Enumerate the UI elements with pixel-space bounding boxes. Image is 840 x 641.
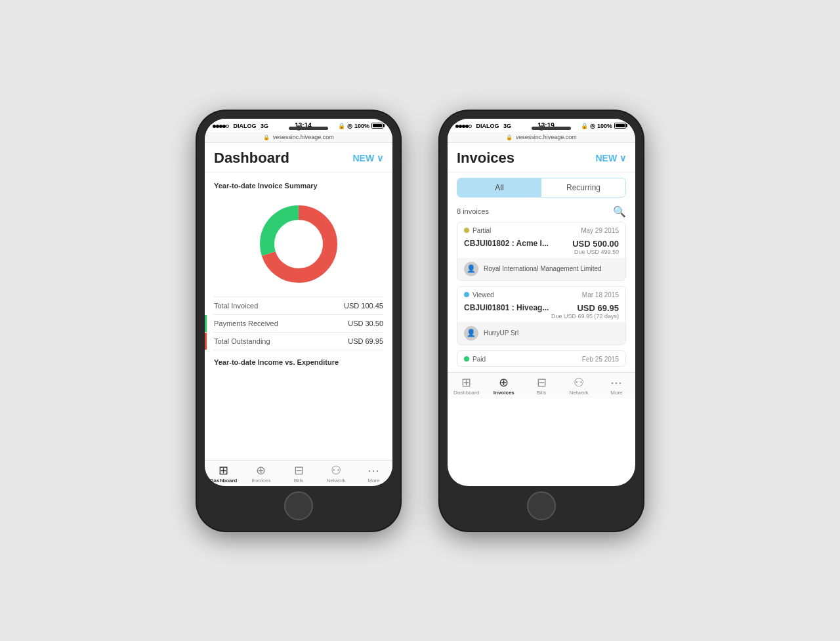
- invoice-2-client: 👤 HurryUP Srl: [457, 322, 625, 344]
- invoices-count: 8 invoices: [457, 207, 489, 215]
- carrier-label-2: DIALOG: [476, 123, 499, 129]
- nav-item-bills[interactable]: ⊟ Bills: [280, 465, 317, 484]
- invoice-2-amount: USD 69.95 Due USD 69.95 (72 days): [551, 303, 619, 320]
- nav-label-network: Network: [327, 478, 346, 484]
- viewed-dot: [464, 292, 469, 297]
- url-text: vesessinc.hiveage.com: [273, 134, 334, 140]
- nav-item-dashboard-2[interactable]: ⊞ Dashboard: [448, 377, 485, 396]
- phone-speaker: [289, 127, 328, 130]
- nav-label-bills: Bills: [294, 478, 304, 484]
- invoice-1-id: CBJUI01802 : Acme I...: [464, 239, 549, 248]
- invoice-1-top: Partial May 29 2015: [457, 222, 625, 238]
- invoice-1-total: USD 500.00: [572, 239, 619, 249]
- invoice-2-top: Viewed Mar 18 2015: [457, 287, 625, 302]
- total-invoiced-label: Total Invoiced: [214, 302, 258, 310]
- location-icon-2: ◎: [590, 123, 595, 129]
- nav-item-more[interactable]: ⋯ More: [355, 465, 392, 484]
- app-title: Dashboard: [214, 150, 289, 167]
- nav-item-bills-2[interactable]: ⊟ Bills: [522, 377, 560, 396]
- nav-item-network[interactable]: ⚇ Network: [318, 465, 355, 484]
- invoice-2-total: USD 69.95: [551, 303, 619, 313]
- ytd-income-title: Year-to-date Income vs. Expenditure: [205, 350, 392, 369]
- nav-label-network-2: Network: [570, 390, 589, 396]
- nav-label-bills-2: Bills: [537, 390, 547, 396]
- dashboard-content: Year-to-date Invoice Summary Total Invoi…: [205, 173, 392, 460]
- ytd-summary-title: Year-to-date Invoice Summary: [205, 179, 392, 195]
- bottom-nav-dashboard: ⊞ Dashboard ⊕ Invoices ⊟ Bills ⚇ Network…: [205, 460, 392, 486]
- network-label: 3G: [261, 123, 268, 129]
- phone-screen-invoices: DIALOG 3G 13:19 🔒 ◎ 100% 🔒 vesessinc.hiv…: [448, 119, 635, 486]
- status-right-2: 🔒 ◎ 100%: [581, 123, 627, 129]
- total-outstanding-value: USD 69.95: [348, 337, 383, 345]
- paid-dot: [464, 356, 469, 362]
- battery-icon-2: [614, 123, 627, 129]
- invoice-1-due: Due USD 499.50: [572, 249, 619, 255]
- invoice-card-2[interactable]: Viewed Mar 18 2015 CBJUI01801 : Hiveag..…: [457, 286, 626, 345]
- total-invoiced-row: Total Invoiced USD 100.45: [214, 297, 383, 315]
- tab-recurring[interactable]: Recurring: [541, 178, 625, 197]
- home-button[interactable]: [284, 491, 313, 520]
- more-icon: ⋯: [368, 465, 379, 476]
- donut-chart: [256, 201, 341, 287]
- tab-all[interactable]: All: [457, 178, 541, 197]
- tab-buttons: All Recurring: [457, 178, 626, 197]
- nav-label-invoices-2: Invoices: [494, 390, 514, 396]
- url-bar[interactable]: 🔒 vesessinc.hiveage.com: [205, 132, 392, 143]
- payments-received-value: USD 30.50: [348, 320, 383, 327]
- app-header: Dashboard NEW ∨: [205, 143, 392, 173]
- red-indicator: [205, 333, 207, 350]
- invoice-2-status: Viewed: [464, 291, 494, 299]
- more-icon-2: ⋯: [610, 377, 622, 388]
- summary-table: Total Invoiced USD 100.45 Payments Recei…: [214, 297, 383, 350]
- network-icon: ⚇: [331, 465, 341, 476]
- invoices-icon: ⊕: [256, 465, 266, 476]
- invoice-3-status-label: Paid: [472, 356, 486, 363]
- payments-received-row: Payments Received USD 30.50: [214, 315, 383, 333]
- nav-item-invoices[interactable]: ⊕ Invoices: [242, 465, 280, 484]
- network-icon-2: ⚇: [574, 377, 584, 388]
- phone-invoices: DIALOG 3G 13:19 🔒 ◎ 100% 🔒 vesessinc.hiv…: [440, 111, 643, 531]
- home-button-2[interactable]: [527, 491, 556, 520]
- invoice-2-date: Mar 18 2015: [582, 291, 619, 299]
- dashboard-icon-2: ⊞: [461, 377, 471, 388]
- client-1-avatar: 👤: [464, 262, 478, 276]
- invoice-1-client: 👤 Royal International Management Limited: [457, 258, 625, 280]
- total-outstanding-label: Total Outstanding: [214, 337, 270, 345]
- new-button[interactable]: NEW ∨: [352, 153, 383, 163]
- signal-dots-2: [455, 123, 472, 129]
- invoice-card-1[interactable]: Partial May 29 2015 CBJUI01802 : Acme I.…: [457, 222, 626, 281]
- total-outstanding-row: Total Outstanding USD 69.95: [214, 333, 383, 350]
- bottom-nav-invoices: ⊞ Dashboard ⊕ Invoices ⊟ Bills ⚇ Network…: [448, 372, 635, 398]
- client-2-avatar: 👤: [464, 326, 478, 341]
- lock-icon-2: 🔒: [581, 123, 588, 129]
- status-left-2: DIALOG 3G: [455, 123, 511, 129]
- nav-item-more-2[interactable]: ⋯ More: [598, 377, 635, 396]
- invoice-1-middle: CBJUI01802 : Acme I... USD 500.00 Due US…: [457, 238, 625, 258]
- invoice-3-status: Paid: [464, 356, 486, 363]
- url-bar-2[interactable]: 🔒 vesessinc.hiveage.com: [448, 132, 635, 143]
- nav-item-network-2[interactable]: ⚇ Network: [560, 377, 598, 396]
- invoice-3-top: Paid Feb 25 2015: [457, 351, 625, 366]
- nav-label-dashboard-2: Dashboard: [453, 390, 479, 396]
- nav-item-invoices-2[interactable]: ⊕ Invoices: [485, 377, 522, 396]
- bills-icon: ⊟: [294, 465, 304, 476]
- nav-item-dashboard[interactable]: ⊞ Dashboard: [205, 465, 242, 484]
- url-lock-icon-2: 🔒: [506, 134, 513, 140]
- status-right: 🔒 ◎ 100%: [338, 123, 385, 129]
- app-title-invoices: Invoices: [457, 150, 514, 167]
- phone-speaker-2: [532, 127, 571, 130]
- new-button-invoices[interactable]: NEW ∨: [595, 153, 626, 163]
- status-left: DIALOG 3G: [213, 123, 268, 129]
- invoice-2-middle: CBJUI01801 : Hiveag... USD 69.95 Due USD…: [457, 302, 625, 322]
- invoice-2-due: Due USD 69.95 (72 days): [551, 313, 619, 320]
- signal-dots: [213, 123, 229, 129]
- invoice-card-3[interactable]: Paid Feb 25 2015: [457, 350, 626, 367]
- partial-dot: [464, 228, 469, 233]
- invoice-2-id: CBJUI01801 : Hiveag...: [464, 303, 549, 312]
- phone-dashboard: DIALOG 3G 13:14 🔒 ◎ 100% 🔒 vesessinc.hiv…: [197, 111, 400, 531]
- network-label-2: 3G: [503, 123, 511, 129]
- battery-icon: [371, 123, 385, 129]
- nav-label-invoices: Invoices: [251, 478, 270, 484]
- invoice-1-amount: USD 500.00 Due USD 499.50: [572, 239, 619, 255]
- search-button[interactable]: 🔍: [613, 205, 626, 218]
